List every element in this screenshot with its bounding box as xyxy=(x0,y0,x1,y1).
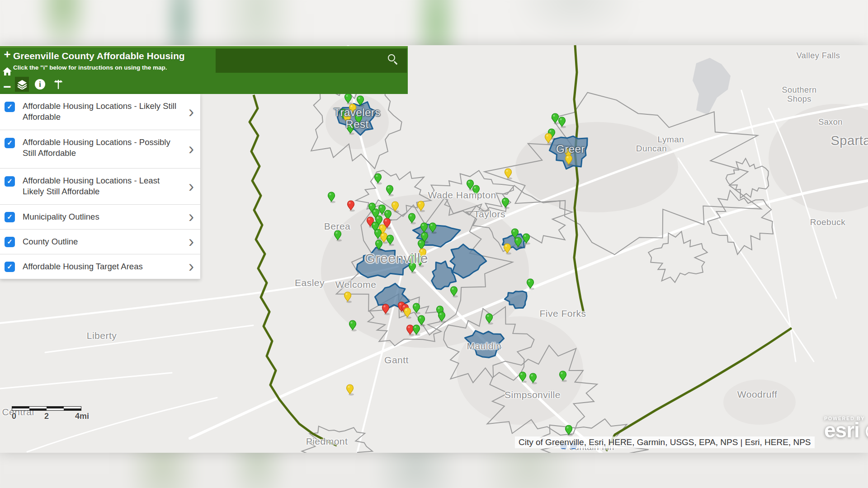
chevron-right-icon[interactable]: › xyxy=(189,262,194,271)
place-label: Welcome xyxy=(335,279,377,290)
target-area xyxy=(450,244,486,278)
place-label: Easley xyxy=(295,277,325,288)
county-outline xyxy=(574,45,584,313)
layer-row[interactable]: ✓ County Outline › xyxy=(0,230,200,254)
app-title: Greenville County Affordable Housing xyxy=(13,51,185,61)
app-subtitle: Click the "i" below for instructions on … xyxy=(13,64,167,71)
layer-row[interactable]: ✓ Affordable Housing Target Areas › xyxy=(0,254,200,279)
layer-checkbox[interactable]: ✓ xyxy=(5,102,15,112)
layer-label: Municipality Outlines xyxy=(23,211,180,222)
layer-list-panel: ✓ Affordable Housing Locations - Likely … xyxy=(0,94,200,279)
layer-checkbox[interactable]: ✓ xyxy=(5,212,15,222)
place-label: Piedmont xyxy=(306,436,348,446)
info-icon: i xyxy=(35,79,45,89)
housing-location-pin-y[interactable] xyxy=(392,202,400,213)
place-label: Valley Falls xyxy=(797,52,840,61)
housing-location-pin-g[interactable] xyxy=(345,94,353,105)
info-button[interactable]: i xyxy=(33,77,47,92)
home-icon xyxy=(2,67,12,76)
layers-icon xyxy=(17,80,27,89)
place-label: Mauldin xyxy=(467,341,501,351)
share-button[interactable] xyxy=(51,77,65,92)
scale-label-4mi: 4mi xyxy=(75,412,89,421)
chevron-right-icon[interactable]: › xyxy=(189,182,194,191)
home-button[interactable] xyxy=(2,67,13,78)
layer-checkbox[interactable]: ✓ xyxy=(5,176,15,187)
share-icon xyxy=(53,79,64,90)
layer-checkbox[interactable]: ✓ xyxy=(5,262,15,272)
housing-location-pin-g[interactable] xyxy=(349,320,357,332)
housing-location-pin-r[interactable] xyxy=(348,201,355,212)
housing-location-pin-g[interactable] xyxy=(409,213,416,225)
target-area xyxy=(432,261,456,289)
search-icon xyxy=(388,54,395,61)
place-label: Woodruff xyxy=(737,389,777,399)
housing-location-pin-y[interactable] xyxy=(504,244,512,255)
housing-location-pin-y[interactable] xyxy=(545,133,553,145)
place-label: Greenville xyxy=(365,251,428,266)
municipality-outline xyxy=(648,231,708,282)
housing-location-pin-g[interactable] xyxy=(519,372,527,383)
zoom-out-button[interactable]: − xyxy=(2,81,13,92)
layer-row[interactable]: ✓ Affordable Housing Locations - Least L… xyxy=(0,169,200,205)
housing-location-pin-g[interactable] xyxy=(335,230,342,242)
chevron-right-icon[interactable]: › xyxy=(189,145,194,154)
housing-location-pin-g[interactable] xyxy=(502,198,510,209)
place-label: Greer xyxy=(556,143,585,155)
housing-location-pin-g[interactable] xyxy=(560,371,567,382)
chevron-right-icon[interactable]: › xyxy=(189,108,194,117)
place-label: Roebuck xyxy=(810,218,846,227)
place-label: Taylors xyxy=(474,209,505,219)
housing-location-pin-g[interactable] xyxy=(413,325,421,336)
housing-location-pin-y[interactable] xyxy=(344,292,352,303)
housing-location-pin-r[interactable] xyxy=(407,325,415,336)
scale-bar-segments xyxy=(12,406,81,411)
app-header: + − Greenville County Affordable Housing… xyxy=(0,46,408,94)
place-label: Duncan xyxy=(636,144,667,154)
target-area xyxy=(505,291,527,308)
scale-bar: 0 2 4mi xyxy=(12,406,81,422)
housing-location-pin-g[interactable] xyxy=(328,192,336,203)
layer-row[interactable]: ✓ Affordable Housing Locations - Likely … xyxy=(0,94,200,130)
county-outline xyxy=(250,95,337,446)
layer-checkbox[interactable]: ✓ xyxy=(5,237,15,247)
layer-label: Affordable Housing Locations - Least Lik… xyxy=(23,175,180,197)
housing-location-pin-y[interactable] xyxy=(505,169,513,180)
layer-label: Affordable Housing Locations - Likely St… xyxy=(23,101,180,122)
search-input[interactable] xyxy=(216,49,407,73)
layer-row[interactable]: ✓ Municipality Outlines › xyxy=(0,205,200,230)
esri-wordmark: esri xyxy=(824,421,865,440)
layer-label: Affordable Housing Target Areas xyxy=(23,261,180,272)
layer-checkbox[interactable]: ✓ xyxy=(5,138,15,148)
housing-location-pin-g[interactable] xyxy=(451,286,458,298)
housing-location-pin-y[interactable] xyxy=(347,385,354,396)
housing-location-pin-g[interactable] xyxy=(418,315,426,327)
housing-location-pin-g[interactable] xyxy=(439,312,446,323)
housing-location-pin-g[interactable] xyxy=(486,314,494,325)
chevron-right-icon[interactable]: › xyxy=(189,237,194,246)
housing-location-pin-g[interactable] xyxy=(559,117,566,128)
place-label: Wade Hampton xyxy=(428,190,496,200)
housing-location-pin-g[interactable] xyxy=(375,174,382,185)
zoom-in-button[interactable]: + xyxy=(2,49,13,60)
housing-location-pin-y[interactable] xyxy=(418,201,425,212)
housing-location-pin-g[interactable] xyxy=(552,113,560,125)
housing-location-pin-g[interactable] xyxy=(387,185,394,197)
place-label: Saxon xyxy=(818,118,843,127)
housing-location-pin-r[interactable] xyxy=(382,304,390,315)
municipality-outline xyxy=(708,190,773,254)
place-label: Gantt xyxy=(384,355,409,365)
municipality-outline xyxy=(485,93,762,255)
housing-location-pin-g[interactable] xyxy=(530,373,538,385)
place-label: Berea xyxy=(324,221,351,231)
municipality-outline xyxy=(726,159,769,198)
scale-label-2: 2 xyxy=(44,412,49,421)
layer-list-button[interactable] xyxy=(15,77,29,92)
housing-location-pin-y[interactable] xyxy=(404,308,412,319)
housing-location-pin-g[interactable] xyxy=(387,235,395,246)
place-label: Lyman xyxy=(658,135,684,145)
housing-location-pin-g[interactable] xyxy=(527,279,535,290)
esri-logo: POWERED BY esri xyxy=(824,416,865,440)
layer-row[interactable]: ✓ Affordable Housing Locations - Possibl… xyxy=(0,130,200,169)
chevron-right-icon[interactable]: › xyxy=(189,212,194,221)
